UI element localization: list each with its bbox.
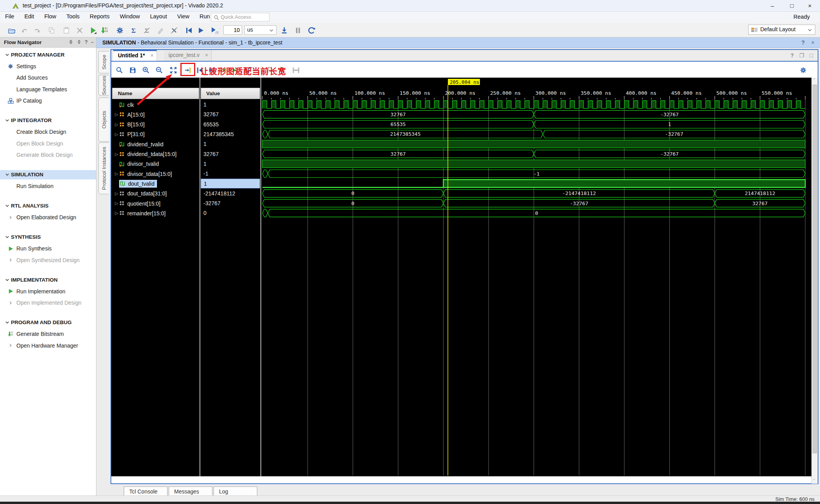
sidebar-section-implementation[interactable]: IMPLEMENTATION [0, 275, 96, 284]
signal-value-clk[interactable]: 1 [201, 100, 260, 110]
close-tab-icon[interactable]: × [150, 52, 153, 59]
doc-tab-untitled1[interactable]: Untitled 1*× [113, 50, 157, 61]
signal-value-quotient[interactable]: -32767 [201, 199, 260, 208]
menu-file[interactable]: File [0, 12, 19, 20]
signal-value-dividend_tdata[interactable]: 32767 [201, 149, 260, 159]
step-button[interactable] [279, 25, 290, 35]
side-tab-sources[interactable]: Sources [98, 75, 109, 96]
report-button[interactable]: Σ [128, 25, 139, 35]
sidebar-item-ip-catalog[interactable]: IP Catalog [0, 96, 96, 105]
sidebar-section-synthesis[interactable]: SYNTHESIS [0, 232, 96, 242]
generate-bitstream-button[interactable]: 0110 [99, 25, 110, 35]
copy-button[interactable] [46, 25, 57, 35]
settings-button[interactable] [114, 25, 125, 35]
signal-value-dividend_tvalid[interactable]: 1 [201, 139, 260, 149]
sidebar-item-create-block-design[interactable]: Create Block Design [0, 127, 96, 137]
sidebar-item-open-synthesized-design[interactable]: Open Synthesized Design [0, 256, 96, 265]
sidebar-item-open-elaborated-design[interactable]: Open Elaborated Design [0, 213, 96, 222]
sidebar-item-open-implemented-design[interactable]: Open Implemented Design [0, 298, 96, 307]
restart-sim-button[interactable] [184, 25, 194, 35]
signal-row-dout_tvalid[interactable]: dout_tvalid [112, 179, 199, 188]
close-tab-icon[interactable]: × [205, 52, 208, 58]
signal-row-divisor_tdata[interactable]: ▷divisor_tdata[15:0] [112, 169, 199, 179]
sidebar-item-run-simulation[interactable]: Run Simulation [0, 181, 96, 191]
undo-button[interactable] [19, 25, 30, 35]
menu-reports[interactable]: Reports [85, 12, 115, 20]
sidebar-item-generate-bitstream[interactable]: 0110Generate Bitstream [0, 329, 96, 339]
redo-button[interactable] [32, 25, 43, 35]
sidebar-item-run-implementation[interactable]: Run Implementation [0, 287, 96, 296]
swap-cursor-button[interactable] [290, 64, 302, 76]
waveform-canvas[interactable]: 0.000 ns50.000 ns100.000 ns150.000 ns200… [262, 78, 811, 476]
sidebar-section-ip-integrator[interactable]: IP INTEGRATOR [0, 116, 96, 125]
close-button[interactable]: × [801, 0, 818, 11]
signal-row-A[interactable]: ▷A[15:0] [112, 110, 199, 119]
run-button[interactable] [87, 25, 98, 35]
time-unit-select[interactable]: us [244, 25, 276, 35]
sidebar-section-program-and-debug[interactable]: PROGRAM AND DEBUG [0, 318, 96, 327]
signal-value-P[interactable]: 2147385345 [201, 130, 260, 139]
menu-tools[interactable]: Tools [61, 12, 85, 20]
zoom-fit-button[interactable] [168, 64, 179, 76]
sidebar-section-simulation[interactable]: SIMULATION [0, 170, 96, 179]
scroll-down-icon[interactable]: ˇ [813, 479, 815, 483]
quick-access-input[interactable]: Quick Access [211, 13, 269, 21]
vertical-scrollbar[interactable]: ˆ ˇ [811, 78, 818, 484]
signal-row-B[interactable]: ▷B[15:0] [112, 120, 199, 130]
layout-selector[interactable]: Default Layout [748, 25, 815, 35]
menu-flow[interactable]: Flow [39, 12, 61, 20]
doc-tab-ipcore_test.v[interactable]: ipcore_test.v× [164, 50, 212, 61]
relaunch-button[interactable] [306, 25, 317, 35]
maximize-window-icon[interactable]: □ [810, 52, 813, 59]
close-panel-icon[interactable]: × [811, 39, 815, 46]
name-column-header[interactable]: Name [112, 88, 199, 99]
side-tab-objects[interactable]: Objects [98, 98, 109, 142]
sidebar-section-project-manager[interactable]: PROJECT MANAGER [0, 50, 96, 59]
help-icon[interactable]: ? [801, 39, 805, 46]
paste-button[interactable] [61, 25, 72, 35]
signal-row-divisor_tvalid[interactable]: divisor_tvalid [112, 159, 199, 169]
menu-edit[interactable]: Edit [19, 12, 39, 20]
maximize-button[interactable]: □ [783, 0, 800, 11]
zoom-out-button[interactable] [153, 64, 165, 76]
signal-row-quotient[interactable]: ▷quotient[15:0] [112, 199, 199, 208]
sidebar-item-open-block-design[interactable]: Open Block Design [0, 139, 96, 148]
value-column-header[interactable]: Value [201, 88, 260, 99]
menu-layout[interactable]: Layout [145, 12, 172, 20]
zoom-in-button[interactable] [140, 64, 152, 76]
edit-pen-button[interactable] [155, 25, 166, 35]
signal-value-divisor_tvalid[interactable]: 1 [201, 159, 260, 169]
signal-row-P[interactable]: ▷P[31:0] [112, 130, 199, 139]
help-icon[interactable]: ? [85, 39, 88, 45]
signal-row-dout_tdata[interactable]: ▷dout_tdata[31:0] [112, 189, 199, 199]
collapse-all-icon[interactable] [68, 39, 73, 44]
sidebar-item-run-synthesis[interactable]: Run Synthesis [0, 244, 96, 253]
run-for-time-button[interactable]: (T) [209, 25, 220, 35]
expand-collapse-icon[interactable] [77, 39, 82, 44]
signal-row-clk[interactable]: clk [112, 100, 199, 110]
minimize-panel-icon[interactable]: – [91, 39, 94, 45]
sidebar-item-settings[interactable]: Settings [0, 62, 96, 71]
signal-value-dout_tdata[interactable]: -2147418112 [201, 189, 260, 199]
save-button[interactable] [127, 64, 139, 76]
search-button[interactable] [114, 64, 125, 76]
signal-value-divisor_tdata[interactable]: -1 [201, 169, 260, 179]
menu-view[interactable]: View [172, 12, 194, 20]
report-off-button[interactable]: Σ [141, 25, 152, 35]
run-all-button[interactable] [195, 25, 206, 35]
signal-value-remainder[interactable]: 0 [201, 208, 260, 218]
signal-row-remainder[interactable]: ▷remainder[15:0] [112, 208, 199, 218]
float-window-icon[interactable]: ❐ [799, 52, 804, 59]
value-wave-splitter[interactable] [260, 78, 261, 476]
scroll-up-icon[interactable]: ˆ [813, 78, 815, 83]
run-time-input[interactable] [223, 25, 242, 35]
vertical-scroll-thumb[interactable] [813, 85, 817, 453]
sidebar-item-open-hardware-manager[interactable]: Open Hardware Manager [0, 341, 96, 350]
signal-row-dividend_tvalid[interactable]: dividend_tvalid [112, 139, 199, 149]
side-tab-scope[interactable]: Scope [98, 51, 109, 73]
breakpoint-button[interactable] [169, 25, 180, 35]
name-value-splitter[interactable] [200, 78, 200, 476]
delete-button[interactable] [74, 25, 85, 35]
side-tab-protocol-instances[interactable]: Protocol Instances [98, 142, 109, 194]
minimize-button[interactable]: – [764, 0, 781, 11]
